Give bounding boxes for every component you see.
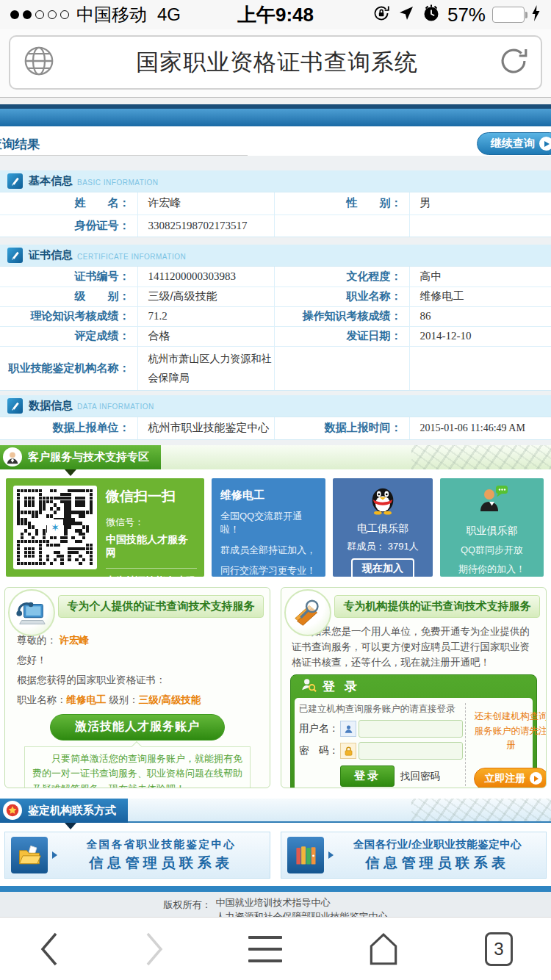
data-info-table: 数据上报单位： 杭州市职业技能鉴定中心 数据上报时间： 2015-01-06 1… [0, 417, 551, 440]
table-row: 姓 名： 许宏峰 性 别： 男 [0, 192, 551, 215]
table-row: 证书编号： 1411200000303983 文化程度： 高中 [0, 267, 551, 287]
field-label: 身份证号： [0, 215, 137, 237]
career-club-card: 职业俱乐部 QQ群同步开放 期待你的加入！ [440, 478, 544, 577]
promo-cards: ✶ 微信扫一扫 微信号： 中国技能人才服务网 专为持证技能人才服务 维修电工 全… [6, 478, 545, 577]
personal-service-panel: 专为个人提供的证书查询技术支持服务 尊敬的： 许宏峰 您好！ 根据您获得的国家职… [4, 587, 270, 788]
org-panel-title: 专为机构提供的证书查询技术支持服务 [334, 595, 540, 618]
qq-penguin-icon [367, 505, 398, 518]
tip-notch [132, 741, 142, 752]
industry-contact-card[interactable]: 全国各行业/企业职业技能鉴定中心 信息管理员联系表 [281, 832, 547, 879]
contact-band: 鉴定机构联系方式 [0, 799, 551, 823]
user-name: 许宏峰 [60, 635, 90, 646]
field-value: 330825198702173517 [137, 215, 274, 237]
table-row: 职业技能鉴定机构名称： 杭州市萧山区人力资源和社会保障局 [0, 346, 551, 390]
org-intro-text: 如果您是一个用人单位，免费开通专为企业提供的证书查询服务，可以更方便对应聘员工进… [290, 624, 537, 671]
folder-icon [11, 837, 48, 873]
signal-strength-icon [10, 10, 69, 19]
activation-tip: 只要简单激活您的查询服务账户，就能拥有免费的一对一证书查询服务、职业资格问题在线… [24, 746, 251, 788]
pen-icon [7, 398, 23, 414]
occupation-line: 职业名称：维修电工 级别：三级/高级技能 [17, 693, 258, 707]
bottom-divider-bar [0, 886, 551, 892]
intro-line: 根据您获得的国家职业资格证书： [17, 674, 258, 687]
books-magnifier-icon [284, 589, 331, 636]
section-title: 证书信息 [29, 248, 73, 262]
continue-query-button[interactable]: 继续查询 [477, 132, 551, 155]
refresh-icon[interactable] [498, 46, 529, 79]
wechat-card: ✶ 微信扫一扫 微信号： 中国技能人才服务网 专为持证技能人才服务 [6, 478, 204, 577]
table-row: 数据上报单位： 杭州市职业技能鉴定中心 数据上报时间： 2015-01-06 1… [0, 417, 551, 439]
address-bar[interactable]: 国家职业资格证书查询系统 [9, 35, 542, 90]
register-hint: 还未创建机构查询服务账户的请先注册 [470, 710, 547, 752]
copyright-line: 中国就业培训技术指导中心 [216, 896, 388, 909]
password-label: 密 码： [299, 744, 340, 757]
divider [0, 98, 551, 104]
user-icon [340, 721, 356, 737]
lock-icon [340, 743, 356, 759]
support-band-title: 客户服务与技术支持专区 [0, 445, 161, 469]
wechat-scan-title: 微信扫一扫 [106, 487, 197, 506]
wechat-qr-code: ✶ [13, 486, 97, 569]
field-value: 男 [409, 192, 551, 215]
section-header-cert-info: 证书信息 CERTIFICATE INFORMATION [0, 245, 551, 266]
browser-title-bar: 国家职业资格证书查询系统 [0, 29, 551, 98]
username-input[interactable] [359, 720, 463, 738]
arrow-icon [328, 851, 334, 859]
member-count: 群成员： 3791人 [333, 540, 433, 553]
divider [0, 237, 551, 245]
status-bar: 中国移动 4G 上午9:48 57% [0, 0, 551, 29]
back-button[interactable] [38, 931, 60, 968]
contact-cards: 全国各省职业技能鉴定中心 信息管理员联系表 全国各行业/企业职业技能鉴定中心 信… [4, 832, 547, 879]
service-agent-icon [3, 447, 22, 466]
charging-bolt-icon [531, 4, 541, 25]
section-subtitle: BASIC INFORMATION [77, 176, 159, 187]
location-icon [397, 4, 415, 25]
qq-group-card: 维修电工 全国QQ交流群开通啦！ 群成员全部持证加入， 同行交流学习更专业！ [212, 478, 325, 577]
service-panels: 专为个人提供的证书查询技术支持服务 尊敬的： 许宏峰 您好！ 根据您获得的国家职… [4, 587, 547, 788]
divider [0, 440, 551, 445]
businessman-icon [475, 507, 509, 519]
menu-button[interactable] [248, 936, 282, 962]
table-row: 评定成绩： 合格 发证日期： 2014-12-10 [0, 326, 551, 346]
section-header-data-info: 数据信息 DATA INFORMATION [0, 395, 551, 417]
play-icon [539, 137, 551, 151]
alarm-icon [422, 4, 441, 26]
join-now-button[interactable]: 现在加入 [351, 558, 414, 577]
copyright-footer: 版权所有： 中国就业培训技术指导中心 人力资源和社会保障部职业技能鉴定中心 [0, 892, 551, 918]
agency-icon [3, 801, 22, 820]
greeting-line: 尊敬的： 许宏峰 [17, 634, 258, 647]
wechat-slogan: 专为持证技能人才服务 [106, 574, 197, 577]
rotation-lock-icon [372, 4, 391, 26]
forward-button[interactable] [143, 931, 165, 968]
pen-icon [7, 173, 23, 189]
play-icon [530, 772, 542, 785]
provincial-contact-card[interactable]: 全国各省职业技能鉴定中心 信息管理员联系表 [4, 832, 270, 879]
field-label: 性 别： [274, 192, 409, 215]
field-label: 姓 名： [0, 192, 137, 215]
table-row: 身份证号： 330825198702173517 [0, 215, 551, 237]
browser-toolbar: 3 [0, 917, 551, 980]
login-person-icon [300, 677, 317, 696]
page-title: 国家职业资格证书查询系统 [56, 47, 498, 78]
wechat-id-label: 微信号： [106, 516, 197, 529]
divider [0, 156, 551, 170]
network-type-label: 4G [157, 4, 181, 25]
tabs-button[interactable]: 3 [485, 932, 513, 966]
forgot-password-link[interactable]: 找回密码 [400, 770, 440, 783]
activate-account-button[interactable]: 激活技能人才服务账户 [50, 714, 225, 741]
basic-info-table: 姓 名： 许宏峰 性 别： 男 身份证号： 330825198702173517 [0, 192, 551, 237]
password-input[interactable] [359, 742, 463, 760]
wechat-id-value: 中国技能人才服务网 [106, 533, 197, 560]
register-now-button[interactable]: 立即注册 [474, 768, 547, 788]
cert-info-table: 证书编号： 1411200000303983 文化程度： 高中 级 别： 三级/… [0, 266, 551, 391]
field-value: 许宏峰 [137, 192, 274, 215]
home-button[interactable] [365, 931, 402, 968]
carrier-label: 中国移动 [76, 3, 147, 26]
tab-pointer [65, 469, 76, 476]
support-band: 客户服务与技术支持专区 [0, 445, 551, 469]
qr-logo: ✶ [47, 519, 63, 536]
table-row: 级 别： 三级/高级技能 职业名称： 维修电工 [0, 287, 551, 306]
org-service-panel: 专为机构提供的证书查询技术支持服务 如果您是一个用人单位，免费开通专为企业提供的… [281, 587, 547, 788]
electrician-club-card: 电工俱乐部 群成员： 3791人 现在加入 [333, 478, 433, 577]
books-icon [287, 837, 324, 873]
login-button[interactable]: 登录 [340, 765, 395, 787]
